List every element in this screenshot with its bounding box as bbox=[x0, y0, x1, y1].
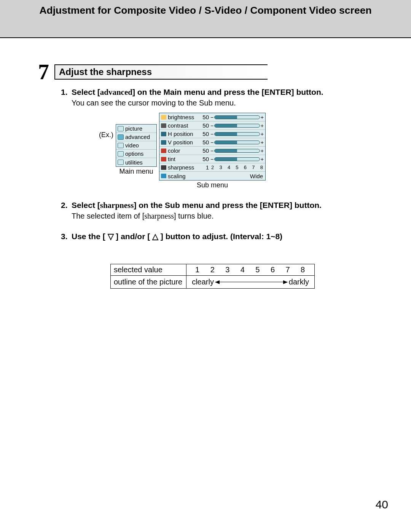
tint-icon bbox=[161, 157, 166, 161]
substep-1-line: 1. Select [advanced] on the Main menu an… bbox=[61, 88, 377, 97]
main-menu-item-advanced: advanced bbox=[116, 133, 156, 141]
sub-menu-label: sharpness bbox=[168, 164, 199, 171]
scale-num: 3 bbox=[219, 165, 222, 170]
value-num: 4 bbox=[237, 265, 249, 274]
slider: −+ bbox=[210, 123, 264, 129]
slider: −+ bbox=[210, 114, 264, 120]
sub-menu-label: tint bbox=[168, 156, 199, 162]
text-fragment: The selected item of [ bbox=[72, 212, 144, 220]
sharpness-icon bbox=[161, 165, 166, 170]
content: 7 Adjust the sharpness 1. Select [advanc… bbox=[0, 38, 411, 289]
sub-menu-label: color bbox=[168, 147, 199, 154]
example-label: (Ex.) bbox=[99, 131, 113, 139]
text-fragment: Select [ bbox=[72, 88, 100, 96]
sub-menu-row-contrast: contrast 50 −+ bbox=[159, 121, 265, 130]
hpos-icon bbox=[161, 132, 166, 136]
scale-num: 4 bbox=[228, 165, 230, 170]
main-menu-block: picture advanced video options utilities… bbox=[116, 113, 157, 176]
substep-1-text: Select [advanced] on the Main menu and p… bbox=[72, 88, 377, 97]
brightness-icon bbox=[161, 115, 166, 120]
substep-2-text: Select [sharpness] on the Sub menu and p… bbox=[72, 201, 377, 210]
contrast-icon bbox=[161, 123, 166, 128]
substep-3-text: Use the [ ▽ ] and/or [ △ ] button to adj… bbox=[72, 232, 377, 241]
menu-word-sharpness: sharpness bbox=[100, 201, 134, 210]
value-num: 2 bbox=[207, 265, 219, 274]
sub-menu-block: brightness 50 −+ contrast 50 −+ bbox=[159, 113, 266, 189]
text-fragment: ] turns blue. bbox=[174, 212, 214, 220]
substep-2-num: 2. bbox=[61, 201, 69, 210]
scaling-icon bbox=[161, 174, 166, 178]
value-num: 8 bbox=[297, 265, 309, 274]
menu-word-sharpness: sharpness bbox=[144, 212, 174, 220]
row-values: 1 2 3 4 5 6 7 8 bbox=[186, 264, 315, 276]
sharpness-scale: 2 3 4 5 6 7 8 bbox=[210, 165, 264, 170]
value-num: 6 bbox=[267, 265, 279, 274]
menu-word-advanced: advanced bbox=[100, 88, 132, 97]
substep-2-note: The selected item of [sharpness] turns b… bbox=[72, 212, 377, 220]
sub-menu-row-tint: tint 50 −+ bbox=[159, 155, 265, 163]
main-menu-label: advanced bbox=[125, 134, 150, 140]
main-menu-item-video: video bbox=[116, 141, 156, 150]
advanced-icon bbox=[118, 134, 124, 140]
sharpness-value-table: selected value 1 2 3 4 5 6 7 8 outline o… bbox=[110, 264, 315, 289]
page-title: Adjustment for Composite Video / S-Video… bbox=[0, 5, 411, 16]
vpos-icon bbox=[161, 140, 166, 145]
slider: −+ bbox=[210, 156, 264, 162]
options-icon bbox=[118, 151, 124, 157]
slider: −+ bbox=[210, 139, 264, 145]
row-outline-range: clearly darkly bbox=[186, 276, 315, 289]
substep-2: 2. Select [sharpness] on the Sub menu an… bbox=[61, 201, 377, 220]
table-row: selected value 1 2 3 4 5 6 7 8 bbox=[111, 264, 315, 276]
main-menu: picture advanced video options utilities bbox=[116, 124, 157, 167]
utilities-icon bbox=[118, 160, 124, 165]
sub-menu-value: 1 bbox=[201, 164, 209, 171]
color-icon bbox=[161, 149, 166, 153]
sub-menu-row-hposition: H position 50 −+ bbox=[159, 130, 265, 138]
sub-menu-label: H position bbox=[168, 131, 199, 137]
sub-menu-value: 50 bbox=[201, 131, 209, 137]
slider: −+ bbox=[210, 131, 264, 137]
text-fragment: ] on the Main menu and press the [ENTER]… bbox=[132, 88, 323, 96]
value-num: 5 bbox=[252, 265, 264, 274]
row-label-selected-value: selected value bbox=[111, 264, 186, 276]
outline-right: darkly bbox=[289, 278, 309, 286]
picture-icon bbox=[118, 126, 124, 131]
sub-menu-row-vposition: V position 50 −+ bbox=[159, 138, 265, 147]
scale-num: 6 bbox=[244, 165, 247, 170]
outline-left: clearly bbox=[192, 278, 214, 286]
step-heading: 7 Adjust the sharpness bbox=[38, 61, 377, 83]
main-menu-label: picture bbox=[125, 125, 142, 132]
sub-menu-value: 50 bbox=[201, 156, 209, 162]
sub-menu-value: 50 bbox=[201, 114, 209, 120]
substep-2-line: 2. Select [sharpness] on the Sub menu an… bbox=[61, 201, 377, 210]
slider: −+ bbox=[210, 148, 264, 154]
sub-menu: brightness 50 −+ contrast 50 −+ bbox=[159, 113, 266, 181]
substep-1-num: 1. bbox=[61, 88, 69, 97]
main-menu-item-picture: picture bbox=[116, 125, 156, 133]
step-number: 7 bbox=[38, 61, 49, 83]
step-title: Adjust the sharpness bbox=[54, 64, 268, 80]
substep-1-note: You can see the cursor moving to the Sub… bbox=[72, 99, 377, 107]
video-icon bbox=[118, 143, 124, 148]
scale-num: 5 bbox=[236, 165, 238, 170]
sub-menu-caption: Sub menu bbox=[159, 181, 266, 189]
substep-3: 3. Use the [ ▽ ] and/or [ △ ] button to … bbox=[61, 232, 377, 241]
sub-menu-row-color: color 50 −+ bbox=[159, 147, 265, 155]
value-num: 7 bbox=[282, 265, 294, 274]
main-menu-item-utilities: utilities bbox=[116, 158, 156, 166]
sub-menu-row-sharpness: sharpness 1 2 3 4 5 6 7 8 bbox=[159, 163, 265, 172]
sub-menu-label: brightness bbox=[168, 114, 199, 120]
main-menu-caption: Main menu bbox=[116, 168, 157, 176]
text-fragment: ] on the Sub menu and press the [ENTER] … bbox=[134, 201, 322, 209]
sub-menu-row-scaling: scaling Wide bbox=[159, 172, 265, 180]
page-number: 40 bbox=[376, 498, 388, 511]
scale-num: 7 bbox=[252, 165, 255, 170]
sub-menu-label: contrast bbox=[168, 122, 199, 129]
sub-menu-value: 50 bbox=[201, 139, 209, 145]
osd-figure: (Ex.) picture advanced video options uti… bbox=[99, 113, 377, 189]
scale-num: 8 bbox=[260, 165, 263, 170]
value-num: 3 bbox=[222, 265, 234, 274]
row-label-outline: outline of the picture bbox=[111, 276, 186, 289]
sub-menu-row-brightness: brightness 50 −+ bbox=[159, 113, 265, 121]
scaling-mode: Wide bbox=[201, 173, 264, 179]
